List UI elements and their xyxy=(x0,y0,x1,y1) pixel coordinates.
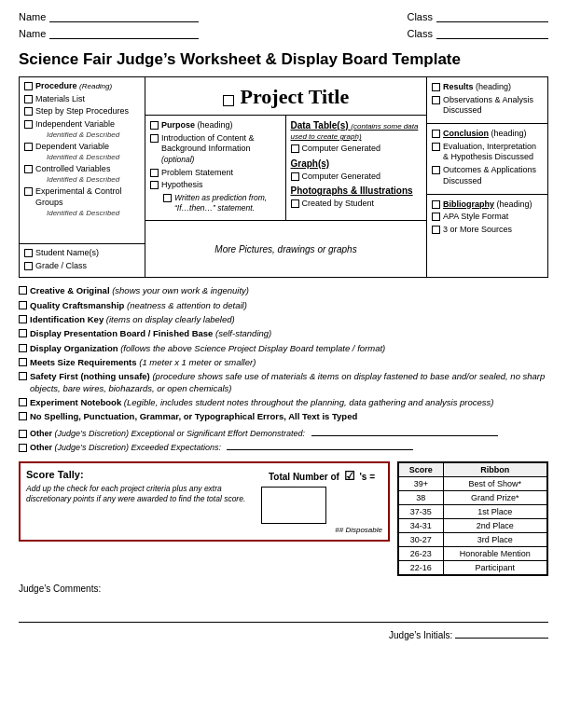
main-grid: Procedure (Reading) Materials List Step … xyxy=(19,76,548,278)
other-section: Other (Judge’s Discretion) Exceptional o… xyxy=(19,429,548,454)
bibliography-section: Bibliography (heading) APA Style Format … xyxy=(427,195,547,242)
procedures-heading: Procedure xyxy=(35,81,77,90)
score-tally-title: Score Tally: xyxy=(26,469,261,480)
total-area: Total Number of ☑ 's = ## Disposable xyxy=(261,469,382,534)
other1-checkbox[interactable] xyxy=(19,430,27,438)
sources-checkbox[interactable] xyxy=(432,226,440,234)
ribbon-value: Honorable Mention xyxy=(443,547,546,561)
hypothesis-note-checkbox[interactable] xyxy=(163,194,172,202)
apa-checkbox[interactable] xyxy=(432,213,440,221)
grade-class-checkbox[interactable] xyxy=(24,262,33,270)
display-board-label: Display Presentation Board / Finished Ba… xyxy=(30,328,271,339)
score-value: 39+ xyxy=(399,477,444,491)
ribbon-col-header: Ribbon xyxy=(443,463,546,477)
ribbon-value: Best of Show* xyxy=(443,477,546,491)
materials-list-item: Materials List xyxy=(24,94,140,105)
center-column: Project Title Purpose (heading) Introduc… xyxy=(145,77,426,277)
independent-variable-item: Independent VariableIdentified & Describ… xyxy=(24,119,140,140)
intro-item: Introduction of Content & Background Inf… xyxy=(150,133,281,166)
purpose-reading: (heading) xyxy=(198,120,233,130)
spelling-label: No Spelling, Punctuation, Grammar, or Ty… xyxy=(30,411,357,422)
purpose-section: Purpose (heading) Introduction of Conten… xyxy=(145,116,286,220)
judges-initials: Judge’s Initials: xyxy=(19,630,548,640)
table-row: 30-273rd Place xyxy=(399,533,547,547)
graphs-computer-label: Computer Generated xyxy=(302,172,381,183)
step-by-step-label: Step by Step Procedures xyxy=(35,106,129,117)
purpose-checkbox[interactable] xyxy=(150,121,159,130)
display-board-checkbox[interactable] xyxy=(19,329,27,337)
intro-checkbox[interactable] xyxy=(150,134,159,143)
evaluation-checkbox[interactable] xyxy=(432,143,440,151)
controlled-checkbox[interactable] xyxy=(24,165,33,173)
craftsmanship-label: Quality Craftsmanship (neatness & attent… xyxy=(30,300,247,311)
computer-gen-checkbox[interactable] xyxy=(291,144,299,153)
header-row-1: Name Class xyxy=(19,9,548,22)
results-checkbox[interactable] xyxy=(432,83,440,91)
photos-student-checkbox[interactable] xyxy=(291,199,299,208)
results-reading: (heading) xyxy=(476,82,511,91)
display-org-item: Display Organization (follows the above … xyxy=(19,343,548,354)
bibliography-checkbox[interactable] xyxy=(432,200,440,209)
creative-label: Creative & Original (shows your own work… xyxy=(30,285,249,296)
procedures-checkbox[interactable] xyxy=(24,82,33,90)
class-label-2: Class xyxy=(407,28,433,39)
score-value: 22-16 xyxy=(399,561,444,575)
intro-label: Introduction of Content & Background Inf… xyxy=(161,133,281,166)
name-label-2: Name xyxy=(19,28,46,39)
step-by-step-checkbox[interactable] xyxy=(24,107,33,116)
graphs-computer-checkbox[interactable] xyxy=(291,172,299,181)
outcomes-checkbox[interactable] xyxy=(432,166,440,174)
craftsmanship-checkbox[interactable] xyxy=(19,301,27,309)
size-req-checkbox[interactable] xyxy=(19,358,27,366)
other2-checkbox[interactable] xyxy=(19,444,27,452)
hypothesis-checkbox[interactable] xyxy=(150,181,159,189)
checkmark-symbol: ☑ xyxy=(344,469,355,483)
total-score-box[interactable] xyxy=(261,487,326,524)
notebook-item: Experiment Notebook (Legible, includes s… xyxy=(19,397,548,408)
id-key-checkbox[interactable] xyxy=(19,315,27,323)
spelling-checkbox[interactable] xyxy=(19,412,27,420)
score-col-header: Score xyxy=(399,463,444,477)
hypothesis-note-item: Written as prediction from, “If…then…” s… xyxy=(150,193,281,213)
name-line-1 xyxy=(49,9,199,22)
craftsmanship-item: Quality Craftsmanship (neatness & attent… xyxy=(19,300,548,311)
conclusion-heading-item: Conclusion (heading) xyxy=(432,129,543,140)
dependent-checkbox[interactable] xyxy=(24,143,33,151)
disposable-note: ## Disposable xyxy=(261,526,382,534)
display-board-item: Display Presentation Board / Finished Ba… xyxy=(19,328,548,339)
problem-label: Problem Statement xyxy=(161,168,233,179)
notebook-checkbox[interactable] xyxy=(19,398,27,406)
observations-checkbox[interactable] xyxy=(432,96,440,104)
conclusion-checkbox[interactable] xyxy=(432,130,440,138)
student-name-checkbox[interactable] xyxy=(24,249,33,257)
dependent-variable-item: Dependent VariableIdentified & Described xyxy=(24,142,140,162)
student-name-label: Student Name(s) xyxy=(35,248,99,259)
grade-class-item: Grade / Class xyxy=(24,261,140,272)
notebook-label: Experiment Notebook (Legible, includes s… xyxy=(30,397,493,408)
photos-student-label: Created by Student xyxy=(302,199,375,210)
results-heading: Results xyxy=(443,82,474,91)
display-org-checkbox[interactable] xyxy=(19,344,27,352)
controlled-label: Controlled VariablesIdentified & Describ… xyxy=(35,164,119,185)
graphs-computer-item: Computer Generated xyxy=(291,172,422,183)
name-label-1: Name xyxy=(19,11,46,22)
table-row: 26-23Honorable Mention xyxy=(399,547,547,561)
more-pics-text: More Pictures, drawings or graphs xyxy=(214,244,356,254)
table-row: 38Grand Prize* xyxy=(399,491,547,505)
score-value: 34-31 xyxy=(399,519,444,533)
other1-label: Other (Judge’s Discretion) Exceptional o… xyxy=(30,429,498,440)
experimental-checkbox[interactable] xyxy=(24,187,33,196)
project-title-checkbox[interactable] xyxy=(223,95,234,106)
problem-checkbox[interactable] xyxy=(150,169,159,177)
score-table: Score Ribbon 39+Best of Show*38Grand Pri… xyxy=(397,461,548,576)
judges-initials-label: Judge’s Initials: xyxy=(389,630,452,640)
safety-checkbox[interactable] xyxy=(19,372,27,380)
bibliography-heading-item: Bibliography (heading) xyxy=(432,199,543,211)
student-section: Student Name(s) Grade / Class xyxy=(20,244,145,277)
safety-label: Safety First (nothing unsafe) (procedure… xyxy=(30,371,548,394)
materials-checkbox[interactable] xyxy=(24,95,33,103)
outcomes-label: Outcomes & Applications Discussed xyxy=(443,165,543,186)
creative-checkbox[interactable] xyxy=(19,286,27,295)
independent-checkbox[interactable] xyxy=(24,120,33,129)
purpose-heading-item: Purpose (heading) xyxy=(150,120,281,131)
